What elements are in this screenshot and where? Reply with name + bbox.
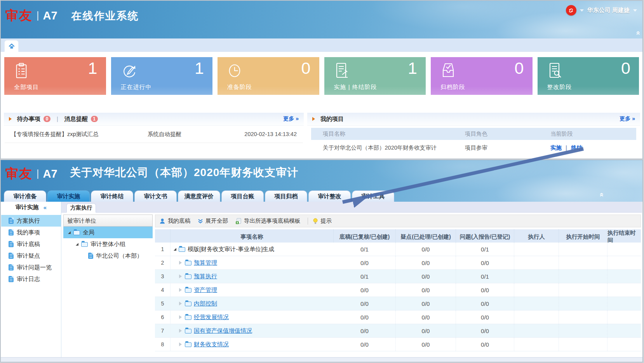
tab-audit-rectify[interactable]: 审计整改 [308,190,351,202]
sidebar-collapse-icon[interactable]: « [44,204,47,211]
tab-project-ledger[interactable]: 项目台账 [221,190,264,202]
tips-button[interactable]: 提示 [313,217,332,225]
items-table-header: 事项名称 底稿(已复核/已创建) 疑点(已处理/已创建) 问题(入报告/已登记)… [155,229,641,243]
end-time-cell [607,283,641,297]
table-row[interactable]: 2 预算管理 0/0 0/0 0/0 [155,256,641,270]
card-implement-stage[interactable]: 1 实施 | 终结阶段 [324,57,426,95]
tab-project-archive[interactable]: 项目归档 [265,190,307,202]
sidebar-item-label: 审计底稿 [17,241,40,248]
collapsed-caret-icon[interactable] [179,302,184,305]
collapsed-caret-icon[interactable] [179,329,184,333]
col-executor: 执行人 [514,229,559,244]
card-archive-stage[interactable]: 0 归档阶段 [431,57,533,95]
subtab-plan-execute[interactable]: 方案执行 [66,203,96,213]
export-icon [235,218,242,224]
my-drafts-button[interactable]: 我的底稿 [159,217,190,225]
toolbar-label: 我的底稿 [168,217,190,225]
tree-node-north-china-company[interactable]: 华北公司（本部） [63,250,153,262]
tab-audit-document[interactable]: 审计文书 [134,190,177,202]
collapsed-caret-icon[interactable] [179,342,184,346]
item-name-link[interactable]: 财务收支情况 [194,341,229,348]
table-row[interactable]: 4 资产管理 0/0 0/0 0/0 [155,283,641,297]
sidebar-item-audit-doubts[interactable]: 审计疑点 [1,250,61,262]
end-time-cell [607,338,641,351]
project-name[interactable]: 关于对华北公司（本部）2020年财务收支审计 [311,144,465,152]
sidebar-item-audit-log[interactable]: 审计日志 [1,273,61,285]
audited-units-header: 被审计单位 [63,215,153,227]
tab-audit-prepare[interactable]: 审计准备 [4,190,46,202]
brand: 审友 | A7 [5,165,57,183]
table-row[interactable]: 1 模版[财务收支审计-事业单位]生成 0/1 0/0 0/1 [155,243,641,256]
expand-all-button[interactable]: 展开全部 [198,217,228,225]
tab-message-remind[interactable]: 消息提醒 [64,115,88,123]
issues-value: 0/0 [456,324,514,337]
tree-node-audit-group[interactable]: 审计整体小组 [63,238,153,250]
card-rectify-stage[interactable]: 0 整改阶段 [538,57,639,95]
item-name-link[interactable]: 资产管理 [194,286,217,294]
end-time-cell [607,256,641,269]
todo-message-panel: 待办事项 0 | 消息提醒 1 更多 » 【专项填报任务提醒】zxp测试汇总 系… [4,113,304,159]
card-prepare-stage[interactable]: 0 准备阶段 [218,57,319,95]
row-number: 3 [155,270,171,283]
dashboard-tabstrip [1,38,642,52]
stage-link-implement[interactable]: 实施 [550,145,562,151]
item-name-link[interactable]: 内部控制 [194,300,217,307]
tab-audit-tools[interactable]: 审计工具 [352,190,394,202]
user-company-name[interactable]: 华东公司 周建婕 [587,7,630,14]
clock-icon [227,62,242,80]
collapsed-caret-icon[interactable] [179,274,184,278]
sidebar-item-audit-drafts[interactable]: 审计底稿 [1,238,61,250]
table-row[interactable]: 8 财务收支情况 0/0 0/0 0/0 [155,338,641,351]
tab-home[interactable] [4,40,19,52]
tree-node-global[interactable]: 全局 [63,227,153,238]
card-label: 实施 | 终结阶段 [334,84,377,91]
stage-link-conclude[interactable]: 终结 [571,145,582,151]
table-row[interactable]: 5 内部控制 0/0 0/0 0/0 [155,297,641,311]
refresh-icon[interactable] [566,5,576,16]
card-in-progress[interactable]: 1 正在进行中 [111,57,213,95]
item-name-link[interactable]: 国有资产保值增值情况 [194,327,252,335]
expanded-caret-icon[interactable] [68,231,71,234]
table-row[interactable]: 3 预算执行 0/1 0/0 0/1 [155,270,641,283]
sidebar-item-plan-execute[interactable]: 方案执行 [1,215,61,227]
tab-audit-implement[interactable]: 审计实施 [47,190,90,202]
executor-cell [514,297,559,310]
executor-cell [514,283,559,297]
document-icon [9,241,14,247]
export-templates-button[interactable]: 导出所选事项底稿模板 [235,217,300,225]
tab-todo-items[interactable]: 待办事项 [17,115,40,123]
projects-more-link[interactable]: 更多 » [620,115,635,122]
todo-more-link[interactable]: 更多 » [283,115,299,122]
executor-cell [514,256,559,269]
chevron-down-icon[interactable] [580,9,584,14]
item-name-link[interactable]: 预算管理 [194,259,217,267]
expanded-caret-icon[interactable] [76,243,78,246]
collapsed-caret-icon[interactable] [179,261,184,265]
message-row[interactable]: 【专项填报任务提醒】zxp测试汇总 系统自动提醒 2020-02-13 14:1… [5,126,303,143]
table-row[interactable]: 6 经营发展情况 0/0 0/0 0/0 [155,311,641,324]
card-count: 1 [195,59,204,78]
table-row[interactable]: 7 国有资产保值增值情况 0/0 0/0 0/0 [155,324,641,338]
sidebar-item-my-matters[interactable]: 我的事项 [1,227,61,238]
sidebar-item-label: 我的事项 [17,229,40,236]
collapse-header-icon[interactable]: « [598,193,607,197]
item-name-link[interactable]: 经营发展情况 [194,314,229,321]
item-name-link[interactable]: 预算执行 [194,273,217,280]
sidebar-item-audit-issues[interactable]: 审计问题一览 [1,262,61,273]
collapsed-caret-icon[interactable] [179,315,184,319]
card-label: 全部项目 [14,84,39,91]
tab-audit-conclude[interactable]: 审计终结 [91,190,133,202]
document-icon [9,229,14,236]
collapsed-caret-icon[interactable] [179,288,184,292]
tree-node-label: 华北公司（本部） [96,252,143,260]
collapse-header-icon[interactable]: « [635,31,643,35]
card-all-projects[interactable]: 1 全部项目 [4,57,106,95]
brand-product: A7 [43,9,57,22]
home-icon [9,43,15,49]
tab-satisfaction[interactable]: 满意度评价 [178,190,220,202]
drafts-value: 0/0 [334,283,396,297]
doubts-value: 0/0 [396,283,456,297]
chevron-down-icon[interactable] [633,9,637,14]
expanded-caret-icon[interactable] [174,248,176,251]
message-title[interactable]: 【专项填报任务提醒】zxp测试汇总 [11,131,148,138]
